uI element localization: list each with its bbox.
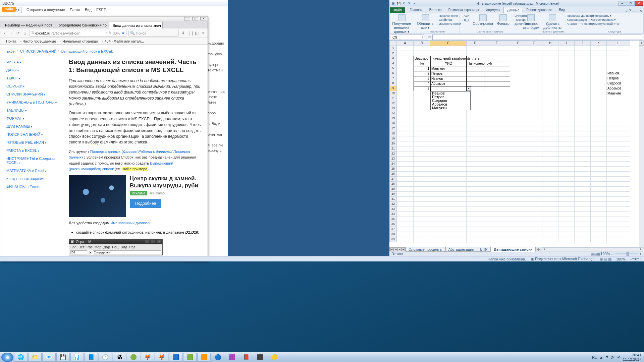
cell[interactable] <box>467 81 484 86</box>
cell[interactable] <box>607 207 630 212</box>
cell[interactable] <box>575 101 591 106</box>
cell[interactable] <box>397 212 414 217</box>
cell[interactable] <box>591 96 607 101</box>
cell[interactable] <box>575 167 591 172</box>
cell[interactable] <box>575 126 591 131</box>
formula-bar[interactable] <box>432 35 642 40</box>
taskbar-app[interactable]: 🟦 <box>169 353 182 362</box>
cell[interactable]: Иванов <box>430 76 467 81</box>
undo-icon[interactable]: ↶ <box>401 1 406 6</box>
bookmark-item[interactable]: Начальная страница <box>60 39 98 43</box>
cell[interactable] <box>484 162 510 167</box>
row-header[interactable]: 11 <box>389 96 397 101</box>
cell[interactable] <box>484 131 510 136</box>
cell[interactable] <box>575 182 591 187</box>
bookmark-item[interactable]: 404 - Файл или катал... <box>102 39 144 43</box>
breadcrumb-link[interactable]: СПИСКИ ЗНАЧЕНИЙ <box>20 49 57 53</box>
cell[interactable] <box>542 51 558 56</box>
cell[interactable] <box>397 187 414 192</box>
cell[interactable] <box>591 141 607 146</box>
cell[interactable]: Начислено, руб <box>467 61 484 66</box>
cell[interactable]: Сидоров <box>607 81 630 86</box>
connections-button[interactable]: Подключения <box>436 14 462 18</box>
cell[interactable] <box>467 212 484 217</box>
cell[interactable] <box>591 66 607 71</box>
cell[interactable] <box>484 207 510 212</box>
browser-tab[interactable]: Ввод данных из списка знач✕ <box>109 22 163 28</box>
cell[interactable] <box>591 217 607 222</box>
cell[interactable] <box>558 86 575 91</box>
minimize-button[interactable]: – <box>184 17 190 20</box>
breadcrumb-link[interactable]: Excel <box>6 49 15 53</box>
cell[interactable] <box>591 56 607 61</box>
row-header[interactable]: 33 <box>389 207 397 212</box>
cell[interactable] <box>558 71 575 76</box>
prev-sheet-icon[interactable]: ◀ <box>393 247 397 251</box>
cell[interactable] <box>607 162 630 167</box>
cell[interactable] <box>542 121 558 126</box>
cell[interactable] <box>510 177 526 182</box>
cell[interactable] <box>430 126 467 131</box>
cell[interactable]: Ведомость начислений заработной платы <box>414 56 430 61</box>
cell[interactable] <box>526 222 542 227</box>
row-header[interactable]: 31 <box>389 197 397 202</box>
cell[interactable] <box>467 51 484 56</box>
cell[interactable] <box>558 222 575 227</box>
cell[interactable] <box>414 157 430 162</box>
cell[interactable] <box>575 51 591 56</box>
cell[interactable] <box>510 157 526 162</box>
column-header[interactable]: J <box>575 41 591 46</box>
cell[interactable] <box>484 46 510 51</box>
cell[interactable]: 5 <box>414 86 430 91</box>
taskbar-app[interactable]: 📁 <box>28 353 42 362</box>
cell[interactable] <box>414 207 430 212</box>
cell[interactable] <box>484 91 510 96</box>
cell[interactable] <box>484 56 510 61</box>
cell[interactable] <box>591 61 607 66</box>
cell[interactable] <box>526 91 542 96</box>
cell[interactable] <box>430 187 467 192</box>
cell[interactable] <box>591 222 607 227</box>
cell[interactable] <box>510 86 526 91</box>
cell[interactable] <box>607 177 630 182</box>
cell[interactable] <box>526 51 542 56</box>
cell[interactable] <box>397 146 414 152</box>
cell[interactable] <box>526 152 542 157</box>
cell[interactable] <box>397 46 414 51</box>
cell[interactable] <box>558 172 575 177</box>
taskbar-app[interactable]: 📊 <box>70 353 84 362</box>
cell[interactable] <box>607 212 630 217</box>
cell[interactable] <box>575 222 591 227</box>
cell[interactable] <box>414 172 430 177</box>
cell[interactable] <box>510 182 526 187</box>
cell[interactable] <box>591 177 607 182</box>
cell[interactable] <box>510 222 526 227</box>
mdi-restore-icon[interactable]: □ <box>636 9 638 13</box>
cell[interactable] <box>467 167 484 172</box>
cell[interactable] <box>397 237 414 242</box>
browser-tab[interactable]: определение банковский пр✕ <box>55 22 109 28</box>
cell[interactable] <box>575 131 591 136</box>
row-header[interactable]: 26 <box>389 172 397 177</box>
sidenav-item[interactable]: ТАБЛИЦЫ <box>6 106 63 114</box>
ribbon-tab[interactable]: Главная <box>407 7 426 13</box>
cell[interactable] <box>575 96 591 101</box>
horizontal-scrollbar[interactable] <box>542 247 643 251</box>
cell[interactable] <box>575 157 591 162</box>
cell[interactable] <box>510 81 526 86</box>
cell[interactable] <box>558 167 575 172</box>
cell[interactable] <box>542 237 558 242</box>
cell[interactable] <box>526 227 542 232</box>
cell[interactable] <box>591 121 607 126</box>
cell[interactable] <box>526 146 542 152</box>
cell[interactable] <box>397 162 414 167</box>
sheet-tab[interactable]: ВПР <box>477 247 491 252</box>
cell[interactable] <box>526 126 542 131</box>
cell[interactable] <box>542 56 558 61</box>
cell[interactable] <box>575 71 591 76</box>
row-header[interactable]: 18 <box>389 131 397 136</box>
cell[interactable] <box>526 96 542 101</box>
cell[interactable] <box>575 86 591 91</box>
cell[interactable] <box>607 167 630 172</box>
cell[interactable] <box>430 46 467 51</box>
